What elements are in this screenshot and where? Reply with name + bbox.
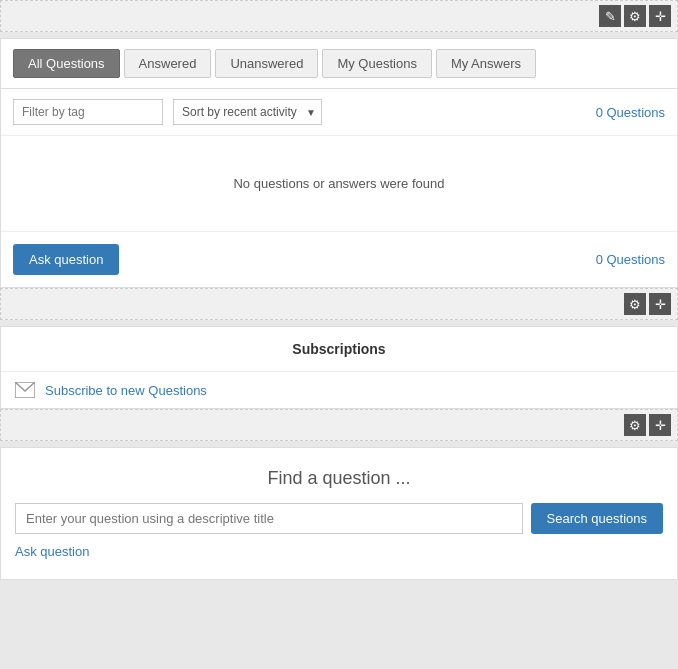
no-results-message: No questions or answers were found <box>1 136 677 232</box>
toolbar3-section: ⚙ ✛ <box>0 409 678 441</box>
top-toolbar: ✎ ⚙ ✛ <box>1 1 677 31</box>
subscribe-link[interactable]: Subscribe to new Questions <box>45 383 207 398</box>
subscriptions-title: Subscriptions <box>1 327 677 372</box>
search-questions-button[interactable]: Search questions <box>531 503 663 534</box>
mail-icon <box>15 382 35 398</box>
toolbar3: ⚙ ✛ <box>1 410 677 440</box>
add3-icon[interactable]: ✛ <box>649 414 671 436</box>
sort-select[interactable]: Sort by recent activity <box>173 99 322 125</box>
tab-my-questions[interactable]: My Questions <box>322 49 431 78</box>
tabs-row: All Questions Answered Unanswered My Que… <box>1 39 677 89</box>
find-question-input[interactable] <box>15 503 523 534</box>
tab-unanswered[interactable]: Unanswered <box>215 49 318 78</box>
qa-section: All Questions Answered Unanswered My Que… <box>0 38 678 288</box>
ask-question-link[interactable]: Ask question <box>15 544 89 559</box>
add2-icon[interactable]: ✛ <box>649 293 671 315</box>
settings-icon[interactable]: ⚙ <box>624 5 646 27</box>
filters-row: Sort by recent activity ▼ 0 Questions <box>1 89 677 136</box>
find-title: Find a question ... <box>15 468 663 489</box>
tab-my-answers[interactable]: My Answers <box>436 49 536 78</box>
subscribe-row: Subscribe to new Questions <box>1 372 677 408</box>
add-icon[interactable]: ✛ <box>649 5 671 27</box>
toolbar2: ⚙ ✛ <box>1 289 677 319</box>
tab-answered[interactable]: Answered <box>124 49 212 78</box>
questions-count-bottom: 0 Questions <box>596 252 665 267</box>
settings3-icon[interactable]: ⚙ <box>624 414 646 436</box>
find-row: Search questions <box>15 503 663 534</box>
sort-select-wrapper: Sort by recent activity ▼ <box>173 99 322 125</box>
toolbar2-section: ⚙ ✛ <box>0 288 678 320</box>
edit-icon[interactable]: ✎ <box>599 5 621 27</box>
top-toolbar-section: ✎ ⚙ ✛ <box>0 0 678 32</box>
ask-row: Ask question 0 Questions <box>1 232 677 287</box>
find-section: Find a question ... Search questions Ask… <box>0 447 678 580</box>
settings2-icon[interactable]: ⚙ <box>624 293 646 315</box>
questions-count: 0 Questions <box>596 105 665 120</box>
tab-all-questions[interactable]: All Questions <box>13 49 120 78</box>
ask-question-button[interactable]: Ask question <box>13 244 119 275</box>
filter-by-tag-input[interactable] <box>13 99 163 125</box>
subscriptions-section: Subscriptions Subscribe to new Questions <box>0 326 678 409</box>
